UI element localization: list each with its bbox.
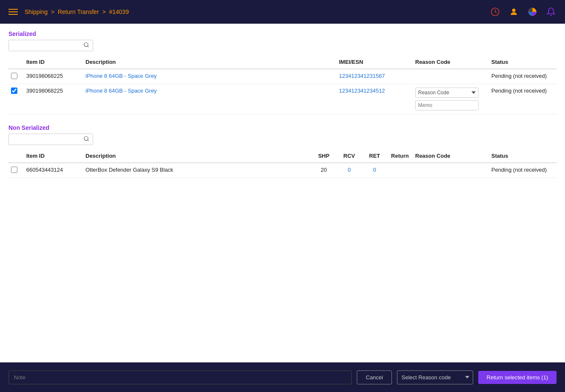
ns-return-cell — [387, 163, 413, 178]
breadcrumb-sep-1: > — [51, 8, 56, 15]
breadcrumb-return-transfer[interactable]: Return Transfer — [58, 8, 99, 15]
non-serialized-header-row: Item ID Description SHP RCV RET Return R… — [8, 149, 557, 163]
breadcrumb-id: #14039 — [109, 8, 129, 15]
svg-line-6 — [88, 140, 89, 141]
ns-rcv-value: 0 — [347, 167, 350, 173]
item-id-value: 390198068225 — [26, 73, 63, 79]
svg-line-4 — [88, 46, 89, 47]
ns-item-id-cell: 660543443124 — [24, 163, 83, 178]
ns-col-reason: Reason Code — [413, 149, 489, 163]
serialized-col-reason: Reason Code — [413, 55, 489, 69]
non-serialized-title: Non Serialized — [8, 124, 557, 131]
footer-reason-select[interactable]: Select Reason code — [397, 370, 473, 384]
item-id-cell: 390198068225 — [24, 69, 83, 84]
non-serialized-section: Non Serialized Item ID Description SHP R… — [8, 124, 557, 178]
cancel-button[interactable]: Cancel — [357, 370, 391, 384]
ns-row-checkbox-1[interactable] — [11, 167, 17, 173]
serialized-col-imei: IMEI/ESN — [336, 55, 413, 69]
ns-col-status: Status — [489, 149, 557, 163]
return-selected-button[interactable]: Return selected items (1) — [478, 371, 557, 384]
serialized-table: Item ID Description IMEI/ESN Reason Code… — [8, 55, 557, 114]
serialized-title: Serialized — [8, 30, 557, 37]
serialized-col-status: Status — [489, 55, 557, 69]
item-id-cell: 390198068225 — [24, 84, 83, 114]
item-id-value: 390198068225 — [26, 88, 63, 94]
svg-point-3 — [84, 43, 88, 47]
ns-col-return: Return — [387, 149, 413, 163]
svg-point-5 — [84, 137, 88, 140]
serialized-search-button[interactable] — [81, 40, 92, 51]
ns-col-itemid: Item ID — [24, 149, 83, 163]
ns-desc-cell: OtterBox Defender Galaxy S9 Black — [83, 163, 311, 178]
imei-cell: 123412341231567 — [336, 69, 413, 84]
imei-cell: 123412341234512 — [336, 84, 413, 114]
imei-value[interactable]: 123412341234512 — [339, 88, 385, 94]
ns-col-ret: RET — [362, 149, 387, 163]
ns-col-rcv: RCV — [336, 149, 362, 163]
breadcrumb-sep-2: > — [102, 8, 107, 15]
serialized-search-bar — [8, 40, 93, 51]
ns-status-value: Pending (not received) — [491, 167, 547, 173]
desc-cell: iPhone 8 64GB - Space Grey — [83, 69, 336, 84]
status-value: Pending (not received) — [491, 88, 547, 94]
table-row: 390198068225 iPhone 8 64GB - Space Grey … — [8, 84, 557, 114]
row-checkbox-1[interactable] — [11, 73, 17, 79]
table-row: 390198068225 iPhone 8 64GB - Space Grey … — [8, 69, 557, 84]
chart-icon[interactable] — [527, 6, 538, 17]
history-icon[interactable] — [490, 6, 501, 17]
ns-status-cell: Pending (not received) — [489, 163, 557, 178]
ns-reason-cell — [413, 163, 489, 178]
ns-col-shp: SHP — [311, 149, 336, 163]
serialized-section: Serialized Item ID Description IMEI/ESN … — [8, 30, 557, 114]
bell-icon[interactable] — [546, 6, 557, 17]
status-cell: Pending (not received) — [489, 84, 557, 114]
ns-ret-cell: 0 — [362, 163, 387, 178]
note-input[interactable] — [8, 370, 352, 384]
serialized-col-desc: Description — [83, 55, 336, 69]
status-cell: Pending (not received) — [489, 69, 557, 84]
main-content: Serialized Item ID Description IMEI/ESN … — [0, 24, 565, 392]
memo-input[interactable] — [415, 100, 479, 110]
ns-shp-cell: 20 — [311, 163, 336, 178]
reason-code-cell: Reason Code — [413, 84, 489, 114]
ns-item-id-value: 660543443124 — [26, 167, 63, 173]
ns-ret-value: 0 — [373, 167, 376, 173]
breadcrumb-shipping[interactable]: Shipping — [25, 8, 48, 15]
user-icon[interactable] — [508, 6, 519, 17]
footer: Cancel Select Reason code Return selecte… — [0, 362, 565, 392]
row-check-cell — [8, 69, 24, 84]
status-value: Pending (not received) — [491, 73, 547, 79]
desc-link[interactable]: iPhone 8 64GB - Space Grey — [85, 73, 157, 79]
ns-col-desc: Description — [83, 149, 311, 163]
breadcrumb: Shipping > Return Transfer > #14039 — [25, 8, 129, 15]
non-serialized-search-button[interactable] — [81, 134, 92, 145]
ns-col-check — [8, 149, 24, 163]
non-serialized-table: Item ID Description SHP RCV RET Return R… — [8, 149, 557, 178]
serialized-header-row: Item ID Description IMEI/ESN Reason Code… — [8, 55, 557, 69]
serialized-search-input[interactable] — [9, 41, 81, 50]
non-serialized-search-bar — [8, 134, 93, 145]
imei-value[interactable]: 123412341231567 — [339, 73, 385, 79]
desc-cell: iPhone 8 64GB - Space Grey — [83, 84, 336, 114]
serialized-col-check — [8, 55, 24, 69]
ns-row-check-cell — [8, 163, 24, 178]
non-serialized-search-input[interactable] — [9, 135, 81, 144]
hamburger-menu[interactable] — [8, 9, 18, 15]
reason-code-dropdown[interactable]: Reason Code — [415, 88, 479, 98]
ns-desc-value: OtterBox Defender Galaxy S9 Black — [85, 167, 173, 173]
header: Shipping > Return Transfer > #14039 — [0, 0, 565, 24]
header-left: Shipping > Return Transfer > #14039 — [8, 8, 129, 15]
header-right — [490, 6, 557, 17]
table-row: 660543443124 OtterBox Defender Galaxy S9… — [8, 163, 557, 178]
row-checkbox-2[interactable] — [11, 88, 17, 94]
ns-rcv-cell: 0 — [336, 163, 362, 178]
serialized-col-itemid: Item ID — [24, 55, 83, 69]
svg-point-1 — [512, 9, 515, 12]
ns-shp-value: 20 — [321, 167, 327, 173]
row-check-cell — [8, 84, 24, 114]
reason-code-cell-empty — [413, 69, 489, 84]
desc-link[interactable]: iPhone 8 64GB - Space Grey — [85, 88, 157, 94]
